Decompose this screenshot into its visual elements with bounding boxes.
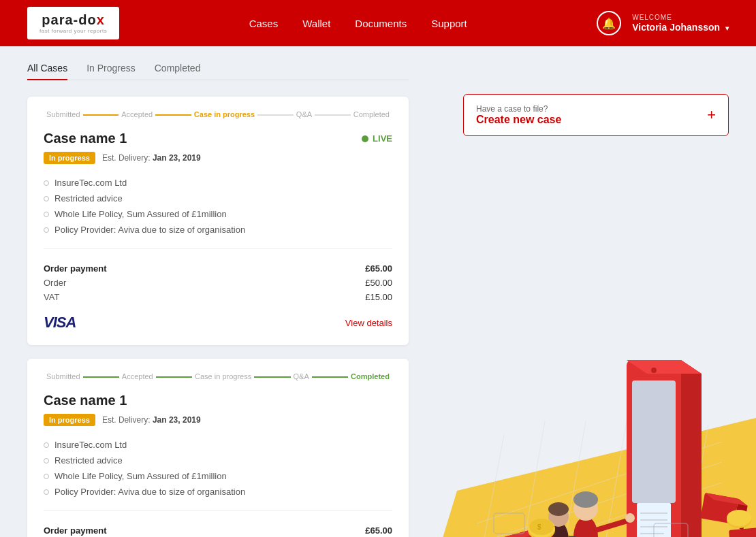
bell-icon: 🔔 [602,17,616,30]
step-qa-2: Q&A [291,372,312,380]
case-title-2: Case name 1 [44,393,127,408]
welcome-label: WELCOME [632,14,729,21]
list-item: Restricted advice [44,191,392,206]
svg-marker-10 [681,360,702,537]
list-item: Restricted advice [44,453,392,468]
nav-support[interactable]: Support [431,18,467,29]
payment-row-vat: VAT £15.00 [44,290,392,304]
nav-wallet[interactable]: Wallet [302,18,330,29]
list-item: Whole Life Policy, Sum Assured of £1mill… [44,206,392,222]
main-wrapper: All Cases In Progress Completed Submitte… [0,46,756,537]
step-case-in-progress-2: Case in progress [192,372,254,380]
welcome-area: WELCOME Victoria Johansson ▾ [632,14,729,33]
logo: para-dox fast forward your reports [27,7,119,39]
card-view-row-1: VISA View details [44,314,392,331]
case-header-1: Case name 1 LIVE [44,131,392,146]
tab-all-cases[interactable]: All Cases [27,63,67,80]
plus-icon: + [707,106,716,124]
bullet-icon [44,458,49,463]
step-completed-2: Completed [348,372,392,380]
case-meta-1: In progress Est. Delivery: Jan 23, 2019 [44,152,392,164]
bullet-icon [44,196,49,201]
case-title-1: Case name 1 [44,131,127,146]
step-accepted-2: Accepted [119,372,156,380]
svg-point-22 [573,491,598,508]
iso-illustration: $ [436,319,756,537]
payment-rows-1: Order payment £65.00 Order £50.00 VAT £1… [44,261,392,304]
step-case-in-progress: Case in progress [191,110,257,118]
step-accepted: Accepted [119,110,155,118]
header: para-dox fast forward your reports Cases… [0,0,756,46]
bullet-icon [44,442,49,448]
nav-documents[interactable]: Documents [355,18,407,29]
have-case-label: Have a case to file? [476,104,561,114]
progress-steps-2: Submitted Accepted Case in progress Q&A … [44,372,392,380]
svg-point-49 [529,519,554,535]
logo-text: para-dox [42,12,104,28]
step-submitted: Submitted [44,110,83,118]
svg-point-24 [625,513,635,523]
live-dot-icon [362,135,368,142]
logo-tagline: fast forward your reports [40,28,107,34]
payment-rows-2: Order payment £65.00 Order £50.00 [44,523,392,537]
case-card-2: Submitted Accepted Case in progress Q&A … [27,359,409,537]
live-label-1: LIVE [373,133,392,144]
bullet-icon [44,180,49,186]
nav-cases[interactable]: Cases [249,18,279,29]
delivery-date-1: Est. Delivery: Jan 23, 2019 [102,153,201,163]
create-case-text: Have a case to file? Create new case [476,104,561,126]
bullet-icon [44,474,49,479]
payment-row-total: Order payment £65.00 [44,261,392,276]
svg-point-19 [651,368,657,373]
step-submitted-2: Submitted [44,372,83,380]
status-badge-2: In progress [44,414,95,426]
svg-point-31 [548,502,569,516]
create-case-box[interactable]: Have a case to file? Create new case + [463,94,729,136]
tab-in-progress[interactable]: In Progress [86,63,136,80]
illustration: $ [436,319,756,537]
case-details-list-1: InsureTec.com Ltd Restricted advice Whol… [44,175,392,249]
bullet-icon [44,227,49,233]
visa-logo-1: VISA [44,314,76,331]
progress-steps-1: Submitted Accepted Case in progress Q&A … [44,110,392,118]
delivery-date-2: Est. Delivery: Jan 23, 2019 [102,415,201,425]
svg-rect-12 [632,380,676,503]
create-case-label: Create new case [476,114,561,126]
list-item: InsureTec.com Ltd [44,437,392,453]
svg-line-23 [596,520,630,530]
chevron-down-icon: ▾ [725,25,729,32]
case-details-list-2: InsureTec.com Ltd Restricted advice Whol… [44,437,392,511]
case-header-2: Case name 1 [44,393,392,408]
svg-text:$: $ [537,523,541,531]
live-badge-1: LIVE [362,133,392,144]
left-panel: All Cases In Progress Completed Submitte… [0,46,436,537]
view-details-link-1[interactable]: View details [345,318,392,328]
step-qa: Q&A [294,110,315,118]
list-item: InsureTec.com Ltd [44,175,392,191]
tabs: All Cases In Progress Completed [27,63,409,80]
bullet-icon [44,212,49,217]
welcome-name: Victoria Johansson ▾ [632,22,729,33]
payment-row-order: Order £50.00 [44,276,392,290]
user-area: 🔔 WELCOME Victoria Johansson ▾ [597,11,729,35]
list-item: Whole Life Policy, Sum Assured of £1mill… [44,468,392,484]
case-card-1: Submitted Accepted Case in progress Q&A … [27,97,409,345]
bullet-icon [44,489,49,495]
list-item: Policy Provider: Aviva due to size of or… [44,222,392,238]
notification-bell-button[interactable]: 🔔 [597,11,621,35]
right-panel: Have a case to file? Create new case + [436,46,756,537]
payment-row-total-2: Order payment £65.00 [44,523,392,537]
svg-line-3 [477,435,504,537]
tab-completed[interactable]: Completed [155,63,201,80]
step-completed: Completed [351,110,392,118]
status-badge-1: In progress [44,152,95,164]
list-item: Policy Provider: Aviva due to size of or… [44,484,392,500]
svg-point-55 [727,510,751,526]
nav: Cases Wallet Documents Support [249,18,467,29]
case-meta-2: In progress Est. Delivery: Jan 23, 2019 [44,414,392,426]
